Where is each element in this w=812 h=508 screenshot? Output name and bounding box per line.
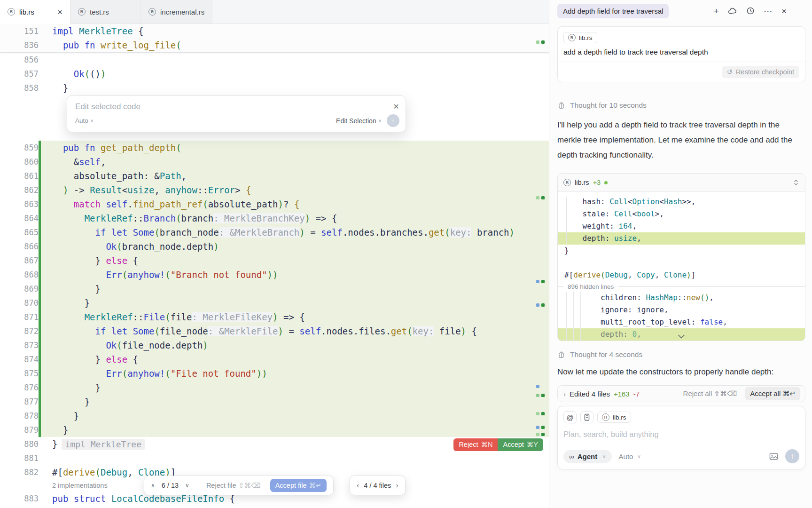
diff-code-body[interactable]: hash: Cell<Option<Hash>>, stale: Cell<bo… [558,192,805,341]
code-line[interactable]: 866 Ok(branch_node.depth) [0,239,549,254]
code-line[interactable]: 870 } [0,296,549,310]
diff-code-line: hash: Cell<Option<Hash>>, [558,196,805,208]
scrollbar-diff-marker [541,433,545,436]
undo-icon: ↺ [727,68,733,76]
reject-file-button[interactable]: Reject file⇧⌘⌫ [206,482,261,489]
line-number: 865 [0,225,39,239]
model-selector[interactable]: Auto ∨ [619,452,641,460]
accept-all-button[interactable]: Accept all ⌘↵ [745,387,800,400]
scrollbar-diff-marker [536,40,539,44]
next-file-icon[interactable]: › [396,481,398,490]
restore-checkpoint-button[interactable]: ↺ Restore checkpoint [722,66,799,78]
message-composer[interactable]: @ R lib.rs Plan, search, build anything … [557,406,805,469]
send-button[interactable]: ↑ [785,449,799,463]
expand-collapse-icon[interactable] [793,179,799,186]
accept-hunk-button[interactable]: Accept⌘Y [498,438,543,451]
brain-icon [557,350,566,359]
scrollbar-diff-marker [536,433,539,436]
context-file-chip[interactable]: R lib.rs [597,412,631,423]
files-counter: 4 / 4 files [364,482,391,489]
composer-input[interactable]: Plan, search, build anything [563,430,799,439]
code-line[interactable]: 857 Ok(()) [0,67,549,81]
line-number: 863 [0,197,39,211]
ghost-context-label: impl MerkleTree [62,439,145,450]
selected-code-block[interactable]: 859 pub fn get_path_depth(860 &self,861 … [0,141,549,437]
attached-file-chip[interactable]: R lib.rs [563,32,597,43]
diff-code-line: } [558,245,805,257]
scrollbar-diff-marker [536,412,539,415]
close-panel-icon[interactable]: × [781,7,787,16]
mention-button[interactable]: @ [563,411,577,423]
tab-incremental-rs[interactable]: Rincremental.rs [141,0,212,24]
attach-file-icon[interactable] [580,411,593,423]
line-number: 873 [0,338,39,352]
diff-card-header[interactable]: R lib.rs +3 [558,174,805,192]
assistant-message: Now let me update the constructors to pr… [557,365,803,380]
rust-file-icon: R [148,8,156,16]
code-line[interactable]: 836 pub fn write_log_file( [0,38,549,52]
code-line[interactable]: 868 Err(anyhow!("Branch not found")) [0,268,549,282]
code-line[interactable]: 871 MerkleRef::File(file: MerkleFileKey)… [0,310,549,324]
code-line[interactable]: 879 } [0,423,549,437]
inline-edit-popup: Edit selected code × Auto ∨ Edit Selecti… [67,95,406,132]
tab-test-rs[interactable]: Rtest.rs [70,0,141,24]
close-icon[interactable]: × [393,101,399,112]
code-line[interactable]: 864 MerkleRef::Branch(branch: MerkleBran… [0,211,549,225]
code-line[interactable]: 861 absolute_path: &Path, [0,169,549,183]
agent-mode-selector[interactable]: ∞ Agent ∨ [563,450,612,463]
code-line[interactable]: 862 ) -> Result<usize, anyhow::Error> { [0,183,549,197]
model-selector[interactable]: Auto [75,117,88,124]
code-line[interactable]: 859 pub fn get_path_depth( [0,141,549,155]
line-number: 859 [0,141,39,155]
new-chat-icon[interactable]: + [714,7,719,16]
expand-diff-chevron-icon[interactable] [678,334,685,339]
diff-navigation-toolbar: ∧ 6 / 13 ∨ Reject file⇧⌘⌫ Accept file⌘↵ [144,476,334,495]
tab-lib-rs[interactable]: Rlib.rs× [0,0,70,24]
reject-hunk-button[interactable]: Reject⌘N [453,438,498,451]
code-line[interactable]: 151impl MerkleTree { [0,24,549,38]
code-line[interactable]: 856 [0,53,549,67]
hidden-lines-divider[interactable]: 896 hidden lines [558,281,805,292]
code-line[interactable]: 873 Ok(file_node.depth) [0,338,549,352]
code-line[interactable]: 860 &self, [0,155,549,169]
infinity-icon: ∞ [569,452,574,460]
code-line[interactable]: 865 if let Some(branch_node: &MerkleBran… [0,225,549,239]
code-line[interactable]: 858 } [0,81,549,95]
chevron-down-icon: ∨ [90,118,94,123]
code-line[interactable]: 867 } else { [0,254,549,268]
code-line[interactable]: 876 } [0,381,549,395]
code-line[interactable]: 863 match self.find_path_ref(absolute_pa… [0,197,549,211]
expand-files-icon[interactable]: › [563,390,566,398]
history-icon[interactable] [746,7,755,15]
edit-selection-dropdown[interactable]: Edit Selection [336,117,376,125]
cloud-icon[interactable] [728,7,737,15]
code-lines-top[interactable]: 856857 Ok(())858 } [0,53,549,95]
hunk-counter: 6 / 13 [162,482,179,489]
more-options-icon[interactable]: ⋯ [764,7,773,16]
line-number: 868 [0,268,39,282]
conversation-title[interactable]: Add depth field for tree traversal [557,4,669,18]
image-attach-icon[interactable] [769,452,778,460]
close-tab-icon[interactable]: × [57,8,62,16]
prev-file-icon[interactable]: ‹ [357,481,359,490]
scrollbar-diff-marker [536,280,539,283]
code-line[interactable]: 881 [0,451,549,465]
reject-all-button[interactable]: Reject all ⇧⌘⌫ [683,389,737,398]
submit-edit-button[interactable]: ↑ [387,114,399,127]
scrollbar-diff-marker [536,303,539,307]
code-line[interactable]: 874 } else { [0,352,549,366]
code-line[interactable]: 872 if let Some(file_node: &MerkleFile) … [0,324,549,338]
thinking-summary[interactable]: Thought for 4 seconds [557,350,805,359]
code-line[interactable]: 877 } [0,395,549,409]
chevron-up-icon[interactable]: ∧ [151,482,155,489]
thinking-summary[interactable]: Thought for 10 seconds [557,101,805,110]
edit-code-input[interactable]: Edit selected code [67,96,406,113]
chevron-down-icon[interactable]: ∨ [185,482,189,489]
accept-file-button[interactable]: Accept file⌘↵ [270,479,327,492]
code-line[interactable]: 875 Err(anyhow!("File not found")) [0,366,549,381]
line-number: 856 [0,53,39,67]
rust-file-icon: R [78,8,86,16]
code-line[interactable]: 878 } [0,409,549,423]
code-line[interactable]: 869 } [0,282,549,296]
line-number: 881 [0,451,39,465]
